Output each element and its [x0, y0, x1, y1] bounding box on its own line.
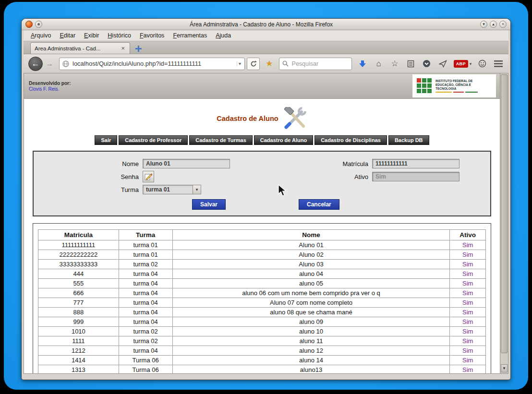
menu-item[interactable]: Editar — [55, 31, 80, 40]
cell-nome: aluno 11 — [172, 336, 450, 346]
window-maximize-button[interactable]: ▴ — [490, 21, 497, 28]
cell-ativo: Sim — [450, 327, 486, 336]
menu-item[interactable]: Exibir — [80, 31, 103, 40]
cancelar-button[interactable]: Cancelar — [299, 199, 339, 210]
cell-ativo: Sim — [450, 308, 486, 317]
table-row: 33333333333 turma 02 Aluno 03 Sim — [38, 260, 486, 269]
nav-button[interactable]: Backup DB — [388, 135, 429, 145]
developer-link[interactable]: Clovis F. Reis. — [29, 86, 71, 92]
menu-bar: ArquivoEditarExibirHistóricoFavoritosFer… — [24, 30, 508, 41]
nav-button[interactable]: Cadastro de Aluno — [254, 135, 313, 145]
cell-matricula: 555 — [38, 279, 119, 288]
turma-select[interactable]: turma 01 ▾ — [143, 185, 201, 194]
hamburger-menu-button[interactable] — [494, 59, 504, 69]
page-content: Desenvolvido por: Clovis F. Reis. — [24, 73, 500, 373]
vertical-scrollbar[interactable]: ▼ — [500, 73, 508, 373]
ativo-link[interactable]: Sim — [462, 261, 473, 268]
pocket-button[interactable] — [422, 59, 432, 69]
bookmark-page-star-icon[interactable]: ★ — [266, 60, 273, 68]
nav-button[interactable]: Cadastro de Disciplinas — [314, 135, 387, 145]
ativo-link[interactable]: Sim — [462, 280, 473, 287]
institute-logo: INSTITUTO FEDERAL DE EDUCAÇÃO, CIÊNCIA E… — [412, 74, 496, 97]
ativo-link[interactable]: Sim — [462, 251, 473, 258]
tab-close-icon[interactable]: × — [120, 45, 126, 51]
smiley-icon — [478, 60, 486, 68]
bookmarks-sidebar-button[interactable] — [406, 59, 416, 69]
cell-turma: turma 01 — [119, 240, 172, 250]
new-tab-button[interactable] — [132, 43, 145, 54]
cell-matricula: 888 — [38, 308, 119, 317]
search-input[interactable] — [291, 60, 349, 68]
window-menu-button[interactable] — [35, 21, 42, 28]
cell-turma: turma 01 — [119, 250, 172, 260]
abp-caret-icon: ▾ — [470, 61, 472, 66]
ativo-link[interactable]: Sim — [462, 289, 473, 297]
window-titlebar: Área Adminstrativa - Cadastro de Aluno -… — [22, 19, 510, 30]
nav-button[interactable]: Cadastro de Professor — [119, 135, 188, 145]
send-tab-button[interactable] — [437, 59, 447, 69]
ativo-link[interactable]: Sim — [462, 299, 473, 306]
ativo-link[interactable]: Sim — [462, 366, 473, 373]
ativo-link[interactable]: Sim — [462, 328, 473, 335]
menu-item[interactable]: Favoritos — [135, 31, 169, 40]
table-row: 555 turma 04 aluno 05 Sim — [38, 279, 486, 288]
senha-edit-button[interactable] — [143, 171, 154, 182]
adblock-plus-button[interactable]: ABP ▾ — [454, 60, 472, 68]
nome-input[interactable] — [143, 159, 230, 168]
url-bar[interactable]: ▾ — [59, 58, 245, 70]
ativo-link[interactable]: Sim — [462, 318, 473, 325]
menu-item[interactable]: Arquivo — [26, 31, 55, 40]
nav-button[interactable]: Cadastro de Turmas — [189, 135, 253, 145]
ativo-link[interactable]: Sim — [462, 270, 473, 277]
scrollbar-down-button[interactable]: ▼ — [501, 364, 508, 372]
cell-matricula: 33333333333 — [38, 260, 119, 269]
firefox-window-icon[interactable] — [25, 21, 33, 28]
ativo-link[interactable]: Sim — [462, 357, 473, 364]
scrollbar-thumb[interactable] — [501, 74, 508, 353]
table-row: 444 turma 04 aluno 04 Sim — [38, 269, 486, 279]
matricula-input[interactable] — [372, 159, 459, 168]
ativo-link[interactable]: Sim — [462, 241, 473, 249]
cell-matricula: 1414 — [38, 356, 119, 365]
cell-nome: aluno 14 — [172, 356, 450, 365]
header-nome: Nome — [172, 230, 450, 240]
site-header: Desenvolvido por: Clovis F. Reis. — [24, 73, 500, 99]
salvar-button[interactable]: Salvar — [192, 199, 226, 210]
window-minimize-button[interactable]: ▾ — [480, 21, 487, 28]
turma-selected-value: turma 01 — [143, 186, 193, 193]
ativo-link[interactable]: Sim — [462, 347, 473, 354]
cell-matricula: 444 — [38, 269, 119, 279]
table-row: 1212 turma 04 aluno 12 Sim — [38, 346, 486, 356]
nome-label: Nome — [39, 160, 143, 167]
home-button[interactable]: ⌂ — [374, 59, 384, 69]
chevron-down-icon[interactable]: ▾ — [193, 185, 201, 194]
menu-item[interactable]: Ajuda — [211, 31, 235, 40]
browser-window: Área Adminstrativa - Cadastro de Aluno -… — [21, 18, 511, 380]
feedback-smiley-button[interactable] — [477, 59, 487, 69]
cell-turma: turma 04 — [119, 288, 172, 298]
cell-ativo: Sim — [450, 250, 486, 260]
menu-item[interactable]: Ferramentas — [169, 31, 211, 40]
back-button[interactable]: ← — [28, 57, 43, 71]
dot-icon — [37, 23, 40, 25]
header-turma: Turma — [119, 230, 172, 240]
search-bar[interactable] — [279, 58, 352, 70]
downloads-button[interactable] — [358, 59, 368, 69]
menu-item[interactable]: Histórico — [103, 31, 135, 40]
forward-button[interactable]: → — [46, 60, 53, 68]
reload-button[interactable] — [247, 58, 260, 70]
tab-active[interactable]: Area Adminstrativa - Cad... × — [30, 42, 130, 54]
url-dropdown-icon[interactable]: ▾ — [237, 61, 242, 66]
window-close-button[interactable]: × — [499, 21, 507, 28]
cell-ativo: Sim — [450, 269, 486, 279]
abp-badge: ABP — [454, 60, 468, 68]
search-icon — [282, 60, 289, 67]
cell-ativo: Sim — [450, 336, 486, 346]
table-row: 999 turma 04 aluno 09 Sim — [38, 317, 486, 327]
url-input[interactable] — [72, 60, 234, 68]
ativo-link[interactable]: Sim — [462, 337, 473, 345]
nav-button[interactable]: Sair — [95, 135, 117, 145]
ativo-link[interactable]: Sim — [462, 309, 473, 316]
table-row: 666 turma 04 aluno 06 com um nome bem co… — [38, 288, 486, 298]
bookmark-star-button[interactable]: ☆ — [389, 59, 399, 69]
